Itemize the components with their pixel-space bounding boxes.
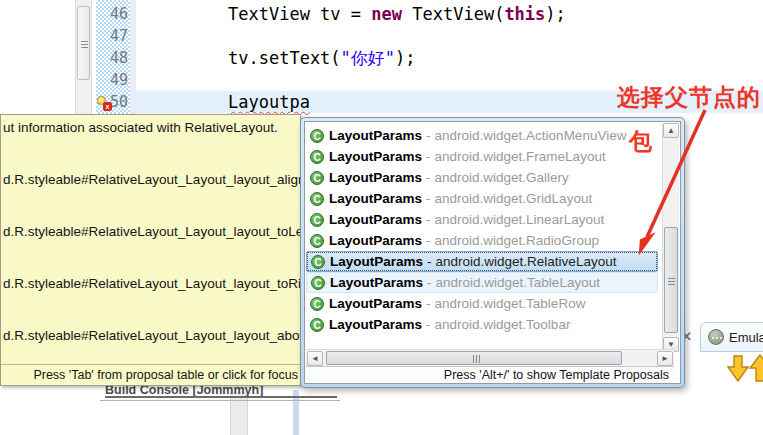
completion-name: LayoutParams bbox=[330, 275, 423, 290]
completion-package: android.widget.RadioGroup bbox=[435, 233, 599, 248]
completion-item-actionmenuview[interactable]: C LayoutParams - android.widget.ActionMe… bbox=[306, 125, 658, 146]
completion-item-linearlayout[interactable]: C LayoutParams - android.widget.LinearLa… bbox=[306, 209, 658, 230]
javadoc-proposal-tooltip: ut information associated with RelativeL… bbox=[0, 114, 301, 386]
completion-package: android.widget.Gallery bbox=[435, 170, 569, 185]
quickfix-error-icon[interactable]: x bbox=[97, 96, 112, 111]
completion-package: android.widget.FrameLayout bbox=[435, 149, 606, 164]
annotation-text-line2: 包 bbox=[629, 126, 652, 157]
completion-name: LayoutParams bbox=[329, 233, 422, 248]
code-text: TextView tv = bbox=[228, 4, 371, 24]
completion-name: LayoutParams bbox=[329, 296, 422, 311]
completion-name: LayoutParams bbox=[329, 128, 422, 143]
completion-item-radiogroup[interactable]: C LayoutParams - android.widget.RadioGro… bbox=[306, 230, 658, 251]
class-icon: C bbox=[310, 171, 324, 185]
separator: - bbox=[426, 296, 431, 311]
line-number: 49 bbox=[96, 69, 128, 91]
completion-name: LayoutParams bbox=[329, 212, 422, 227]
keyword-this: this bbox=[504, 4, 545, 24]
code-line-48[interactable]: tv.setText("你好"); bbox=[228, 47, 416, 69]
scroll-right-icon[interactable]: ► bbox=[657, 351, 673, 366]
separator: - bbox=[427, 254, 432, 269]
popup-vscroll-thumb[interactable] bbox=[664, 227, 678, 333]
string-literal: "你好" bbox=[341, 48, 395, 68]
code-line-46[interactable]: TextView tv = new TextView(this); bbox=[228, 3, 566, 25]
separator: - bbox=[426, 191, 431, 206]
scrollbar-grip-icon bbox=[473, 355, 474, 363]
completion-item-gallery[interactable]: C LayoutParams - android.widget.Gallery bbox=[306, 167, 658, 188]
tab-emulator-console[interactable]: Emula bbox=[700, 322, 763, 352]
separator: - bbox=[426, 149, 431, 164]
separator: - bbox=[426, 128, 431, 143]
separator: - bbox=[426, 170, 431, 185]
line-number: 48 bbox=[96, 47, 128, 69]
tooltip-line: d.R.styleable#RelativeLayout_Layout_layo… bbox=[3, 276, 301, 291]
line-number: 47 bbox=[96, 25, 128, 47]
completion-package: android.widget.GridLayout bbox=[435, 191, 593, 206]
completion-name: LayoutParams bbox=[329, 149, 422, 164]
class-icon: C bbox=[311, 255, 325, 269]
tooltip-line: d.R.styleable#RelativeLayout_Layout_layo… bbox=[3, 172, 301, 187]
dots-icon bbox=[712, 337, 714, 339]
arrow-up-icon bbox=[750, 355, 763, 381]
editor-scrollbar-thumb[interactable] bbox=[77, 6, 90, 80]
scrollbar-grip-icon bbox=[81, 41, 88, 42]
completion-name: LayoutParams bbox=[329, 170, 422, 185]
emulator-console-icon bbox=[708, 329, 724, 345]
completion-item-relativelayout-selected[interactable]: C LayoutParams - android.widget.Relative… bbox=[306, 251, 658, 272]
code-line-50[interactable]: Layoutpa bbox=[228, 91, 310, 113]
separator: - bbox=[426, 317, 431, 332]
tooltip-footer-hint: Press 'Tab' from proposal table or click… bbox=[1, 364, 300, 385]
completion-package: android.widget.Toolbar bbox=[435, 317, 571, 332]
separator: - bbox=[426, 212, 431, 227]
separator: - bbox=[427, 275, 432, 290]
bottom-scrollbar-strip[interactable] bbox=[230, 392, 248, 435]
code-text: TextView( bbox=[402, 4, 504, 24]
code-text: ); bbox=[545, 4, 565, 24]
completion-item-gridlayout[interactable]: C LayoutParams - android.widget.GridLayo… bbox=[306, 188, 658, 209]
popup-horizontal-scrollbar[interactable]: ◄ ► bbox=[306, 349, 674, 366]
console-divider bbox=[100, 400, 340, 401]
keyword-new: new bbox=[371, 4, 402, 24]
completion-item-tablerow[interactable]: C LayoutParams - android.widget.TableRow bbox=[306, 293, 658, 314]
content-assist-popup: C LayoutParams - android.widget.ActionMe… bbox=[300, 117, 685, 388]
completion-package: android.widget.LinearLayout bbox=[435, 212, 605, 227]
content-assist-list: C LayoutParams - android.widget.ActionMe… bbox=[304, 121, 681, 384]
separator: - bbox=[426, 233, 431, 248]
popup-vertical-scrollbar[interactable]: ▲ ▼ bbox=[662, 123, 679, 352]
scroll-up-icon[interactable]: ▲ bbox=[663, 123, 679, 138]
completion-package: android.widget.TableLayout bbox=[436, 275, 600, 290]
code-text: ); bbox=[395, 48, 415, 68]
tooltip-line: d.R.styleable#RelativeLayout_Layout_layo… bbox=[3, 328, 301, 343]
code-text: tv.setText( bbox=[228, 48, 341, 68]
class-icon: C bbox=[310, 213, 324, 227]
error-badge-icon: x bbox=[103, 102, 112, 111]
class-icon: C bbox=[310, 192, 324, 206]
popup-hscroll-thumb[interactable] bbox=[326, 351, 622, 365]
class-icon: C bbox=[310, 234, 324, 248]
tab-label: Emula bbox=[729, 330, 763, 345]
completion-item-toolbar[interactable]: C LayoutParams - android.widget.Toolbar bbox=[306, 314, 658, 335]
annotation-text-line1: 选择父节点的 bbox=[617, 82, 761, 113]
completion-item-tablelayout[interactable]: C LayoutParams - android.widget.TableLay… bbox=[306, 272, 658, 293]
class-icon: C bbox=[310, 318, 324, 332]
completion-name: LayoutParams bbox=[329, 317, 422, 332]
completion-name: LayoutParams bbox=[329, 191, 422, 206]
class-icon: C bbox=[310, 150, 324, 164]
popup-status-hint: Press 'Alt+/' to show Template Proposals bbox=[306, 366, 674, 383]
console-nav-arrows[interactable] bbox=[726, 354, 763, 386]
scroll-left-icon[interactable]: ◄ bbox=[307, 351, 323, 366]
class-icon: C bbox=[310, 297, 324, 311]
arrow-down-icon bbox=[728, 356, 748, 381]
completion-package: android.widget.TableRow bbox=[435, 296, 586, 311]
code-text-error: Layoutpa bbox=[228, 92, 310, 112]
completion-item-framelayout[interactable]: C LayoutParams - android.widget.FrameLay… bbox=[306, 146, 658, 167]
editor-vertical-scrollbar[interactable] bbox=[75, 0, 92, 114]
completion-name: LayoutParams bbox=[330, 254, 423, 269]
class-icon: C bbox=[310, 129, 324, 143]
line-number: 46 bbox=[96, 3, 128, 25]
class-icon: C bbox=[311, 276, 325, 290]
tooltip-line: ut information associated with RelativeL… bbox=[3, 120, 278, 135]
tooltip-line: d.R.styleable#RelativeLayout_Layout_layo… bbox=[3, 224, 301, 239]
completion-package: android.widget.RelativeLayout bbox=[436, 254, 617, 269]
completion-package: android.widget.ActionMenuView bbox=[435, 128, 627, 143]
